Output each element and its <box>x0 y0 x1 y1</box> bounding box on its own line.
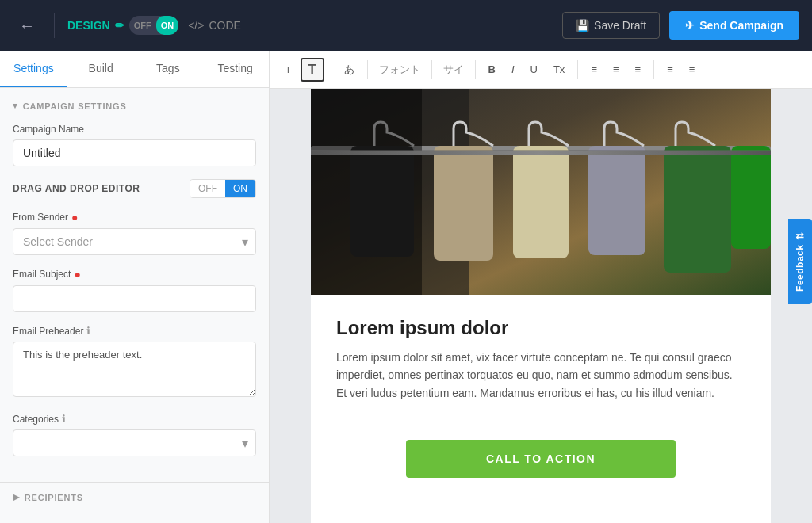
subscript-label: Tx <box>553 63 565 75</box>
canvas-hero-image <box>311 89 771 295</box>
from-sender-group: From Sender ● Select Sender ▾ <box>13 211 256 255</box>
feedback-label: Feedback <box>795 245 806 292</box>
campaign-name-group: Campaign Name <box>13 124 256 166</box>
drag-drop-off-label: OFF <box>190 180 225 197</box>
editor-area: T T あ フォント サイ B I U Tx <box>270 51 812 523</box>
email-preheader-group: Email Preheader ℹ This is the preheader … <box>13 325 256 400</box>
align-center-icon: ≡ <box>613 63 619 75</box>
recipients-section: ▶ RECIPIENTS <box>0 482 269 512</box>
campaign-settings-section-header[interactable]: ▾ CAMPAIGN SETTINGS <box>13 101 256 111</box>
t-large-label: T <box>308 63 316 76</box>
toolbar: T T あ フォント サイ B I U Tx <box>270 51 812 89</box>
underline-label: U <box>530 63 538 75</box>
toolbar-sep-6 <box>653 60 654 79</box>
japanese-btn-1[interactable]: あ <box>338 59 361 80</box>
categories-label: Categories ℹ <box>13 413 256 425</box>
toolbar-sep-1 <box>331 60 331 79</box>
recipients-label: RECIPIENTS <box>25 493 83 502</box>
campaign-name-label: Campaign Name <box>13 124 256 135</box>
toolbar-sep-4 <box>475 60 476 79</box>
email-preheader-textarea[interactable]: This is the preheader text. <box>13 342 256 397</box>
hero-image-svg <box>311 89 771 295</box>
canvas-text-block: Lorem ipsum dolor Lorem ipsum dolor sit … <box>311 295 771 424</box>
text-small-button[interactable]: T <box>279 60 297 78</box>
cta-button[interactable]: CALL TO ACTION <box>406 440 676 478</box>
email-canvas: Lorem ipsum dolor Lorem ipsum dolor sit … <box>311 89 771 523</box>
svg-rect-9 <box>311 89 422 295</box>
main-layout: Settings Build Tags Testing ▾ CAMPAIGN S… <box>0 51 812 523</box>
svg-rect-4 <box>434 146 493 261</box>
t-small-label: T <box>285 65 291 74</box>
list-ordered-icon: ≡ <box>689 63 695 75</box>
categories-select-wrapper: ▾ <box>13 429 256 456</box>
recipients-header[interactable]: ▶ RECIPIENTS <box>13 492 256 502</box>
text-large-button[interactable]: T <box>301 58 324 82</box>
design-label: DESIGN <box>67 19 110 32</box>
from-sender-required: ● <box>71 211 78 223</box>
drag-drop-label: DRAG AND DROP EDITOR <box>13 183 140 194</box>
send-icon: ✈ <box>685 19 695 32</box>
chevron-down-icon: ▾ <box>13 101 18 111</box>
tab-settings[interactable]: Settings <box>0 51 67 87</box>
code-tab[interactable]: </> CODE <box>188 19 241 32</box>
back-button[interactable]: ← <box>13 13 41 38</box>
edit-icon: ✏ <box>115 19 124 32</box>
campaign-settings-label: CAMPAIGN SETTINGS <box>23 101 127 111</box>
categories-info-icon[interactable]: ℹ <box>62 413 66 425</box>
svg-rect-5 <box>513 146 569 258</box>
tab-build[interactable]: Build <box>67 51 135 87</box>
list-unordered-button[interactable]: ≡ <box>661 60 680 78</box>
font-label: フォント <box>374 63 425 77</box>
email-subject-label: Email Subject ● <box>13 268 256 281</box>
feedback-wrapper: Feedback ⇅ <box>788 219 812 304</box>
email-subject-group: Email Subject ● <box>13 268 256 312</box>
tab-tags[interactable]: Tags <box>135 51 202 87</box>
feedback-button[interactable]: Feedback ⇅ <box>788 219 812 304</box>
email-subject-input[interactable] <box>13 285 256 312</box>
italic-button[interactable]: I <box>505 60 521 78</box>
align-left-icon: ≡ <box>591 63 597 75</box>
categories-select[interactable] <box>13 429 256 456</box>
canvas-heading: Lorem ipsum dolor <box>336 317 745 339</box>
campaign-name-input[interactable] <box>13 139 256 166</box>
tab-testing[interactable]: Testing <box>201 51 269 87</box>
toolbar-sep-3 <box>431 60 432 79</box>
nav-divider-1 <box>54 13 55 38</box>
preheader-info-icon[interactable]: ℹ <box>86 325 90 337</box>
save-draft-button[interactable]: 💾 Save Draft <box>562 12 660 39</box>
align-left-button[interactable]: ≡ <box>584 60 603 78</box>
sidebar: Settings Build Tags Testing ▾ CAMPAIGN S… <box>0 51 270 523</box>
from-sender-select[interactable]: Select Sender <box>13 228 256 255</box>
toolbar-sep-2 <box>367 60 368 79</box>
floppy-icon: 💾 <box>576 19 589 32</box>
underline-button[interactable]: U <box>524 60 544 78</box>
save-draft-label: Save Draft <box>594 19 646 32</box>
bold-button[interactable]: B <box>482 60 502 78</box>
canvas-body-text: Lorem ipsum dolor sit amet, vix facer vi… <box>336 349 745 402</box>
code-label: CODE <box>209 19 240 32</box>
chevron-right-icon: ▶ <box>13 492 20 502</box>
sidebar-tabs: Settings Build Tags Testing <box>0 51 269 88</box>
list-unordered-icon: ≡ <box>667 63 673 75</box>
feedback-icon: ⇅ <box>795 231 806 240</box>
top-navigation: ← DESIGN ✏ OFF ON </> CODE 💾 Save Draft … <box>0 0 812 51</box>
code-icon: </> <box>188 19 204 32</box>
drag-drop-toggle[interactable]: OFF ON <box>190 179 256 198</box>
svg-rect-7 <box>664 146 731 273</box>
from-sender-select-wrapper: Select Sender ▾ <box>13 228 256 255</box>
send-campaign-label: Send Campaign <box>699 19 783 32</box>
from-sender-label: From Sender ● <box>13 211 256 223</box>
canvas-area: Lorem ipsum dolor Lorem ipsum dolor sit … <box>270 89 812 523</box>
email-preheader-label: Email Preheader ℹ <box>13 325 256 337</box>
size-label: サイ <box>439 63 469 77</box>
japanese-label-1: あ <box>344 63 354 75</box>
design-toggle[interactable]: OFF ON <box>129 16 179 35</box>
send-campaign-button[interactable]: ✈ Send Campaign <box>669 11 799 40</box>
design-tab[interactable]: DESIGN ✏ OFF ON <box>67 16 178 35</box>
toggle-on-label: ON <box>156 16 179 35</box>
toggle-off-label: OFF <box>129 16 156 35</box>
align-center-button[interactable]: ≡ <box>607 60 626 78</box>
align-right-button[interactable]: ≡ <box>629 60 648 78</box>
subscript-button[interactable]: Tx <box>547 60 571 78</box>
list-ordered-button[interactable]: ≡ <box>683 60 702 78</box>
